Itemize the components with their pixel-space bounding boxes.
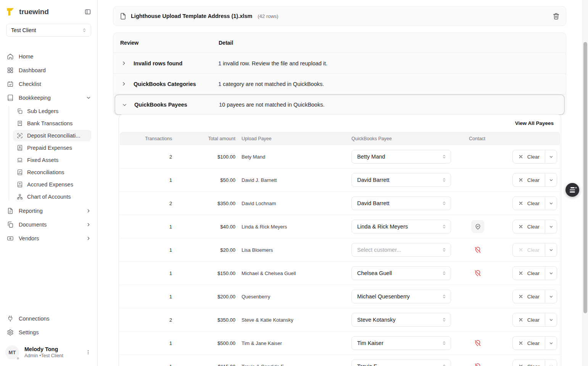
upload-payee-name: David J. Barnett (235, 177, 351, 183)
sidebar-item-fixed-assets[interactable]: Fixed Assets (13, 154, 91, 166)
contact-cell: Clear (469, 285, 560, 308)
sidebar-item-deposit-reconciliation[interactable]: Deposit Reconciliati... (13, 130, 91, 141)
clear-button[interactable]: Clear (513, 220, 545, 233)
quickbooks-payee-select[interactable]: Travis F (351, 360, 451, 366)
kebab-menu-icon[interactable] (85, 349, 91, 355)
clear-button[interactable]: Clear (513, 267, 545, 280)
clear-button[interactable]: Clear (513, 313, 545, 326)
sidebar-item-connections[interactable]: Connections (0, 312, 97, 326)
client-selector[interactable]: Test Client (6, 24, 91, 37)
clear-button[interactable]: Clear (513, 197, 545, 210)
total-amount: $350.00 (172, 317, 235, 323)
quickbooks-payee-select[interactable]: Chelsea Guell (351, 266, 451, 280)
sidebar-item-checklist[interactable]: Checklist (0, 77, 97, 91)
quickbooks-payee-select[interactable]: Tim Kaiser (351, 336, 451, 350)
truewind-logo-icon (5, 7, 15, 17)
review-row-detail: 10 payees are not matched in QuickBooks. (219, 102, 324, 108)
qb-payee-cell: Betty Mand (351, 150, 469, 164)
user-menu[interactable]: MT Melody Tong Admin •Test Client (0, 339, 97, 366)
dashboard-grid-icon (7, 67, 14, 74)
sidebar-item-reconciliations[interactable]: Reconciliations (13, 167, 91, 178)
x-icon (518, 294, 524, 299)
file-text-icon (7, 207, 14, 214)
sidebar-item-bookkeeping[interactable]: Bookkeeping (0, 91, 97, 105)
sidebar-item-reporting[interactable]: Reporting (0, 204, 97, 218)
payee-row: 2 $100.00 Bety Mand Betty Mand Clear (120, 145, 560, 168)
book-up-icon (17, 145, 23, 151)
floating-widget-button[interactable] (565, 183, 579, 197)
chevron-updown-icon (441, 247, 447, 253)
clear-dropdown-button[interactable] (545, 243, 557, 256)
sidebar-item-label: Bank Transactions (27, 120, 72, 126)
review-row-quickbooks-payees[interactable]: QuickBooks Payees 10 payees are not matc… (114, 94, 565, 115)
clear-button-group: Clear (512, 266, 557, 280)
sidebar-item-label: Documents (19, 222, 47, 228)
view-all-payees-link[interactable]: View All Payees (515, 120, 554, 126)
sidebar-item-label: Home (19, 53, 34, 60)
clear-button[interactable]: Clear (513, 150, 545, 163)
col-quickbooks-payee: QuickBooks Payee (351, 136, 469, 141)
clear-dropdown-button[interactable] (545, 290, 557, 303)
map-pin-check-icon (475, 223, 481, 230)
transactions-count: 1 (120, 294, 172, 300)
user-meta: Admin •Test Client (24, 353, 63, 359)
sidebar-nav: Home Dashboard Checklist Bookkeeping Sub… (0, 50, 97, 245)
sidebar-item-prepaid-expenses[interactable]: Prepaid Expenses (13, 142, 91, 154)
clear-button[interactable]: Clear (513, 173, 545, 186)
sidebar-item-accrued-expenses[interactable]: Accrued Expenses (13, 179, 91, 190)
sidebar-item-label: Chart of Accounts (27, 194, 71, 200)
sidebar-item-settings[interactable]: Settings (0, 326, 97, 339)
clear-dropdown-button[interactable] (545, 173, 557, 186)
upload-payee-name: Quesenberry (235, 294, 351, 300)
clear-dropdown-button[interactable] (545, 337, 557, 350)
clear-dropdown-button[interactable] (545, 150, 557, 163)
upload-payee-name: Michael & Chelsea Guell (235, 270, 351, 276)
clear-button[interactable]: Clear (513, 243, 545, 256)
delete-file-button[interactable] (553, 13, 560, 20)
clear-dropdown-button[interactable] (545, 313, 557, 326)
clear-button[interactable]: Clear (513, 337, 545, 350)
clear-dropdown-button[interactable] (545, 197, 557, 210)
chevron-down-icon (86, 95, 91, 100)
quickbooks-payee-select[interactable]: Linda & Rick Meyers (351, 220, 451, 233)
review-row-quickbooks-categories[interactable]: QuickBooks Categories 1 category are not… (113, 74, 566, 94)
quickbooks-payee-select[interactable]: Steve Kotansky (351, 313, 451, 327)
map-pin-off-icon (474, 246, 481, 253)
sidebar-item-chart-of-accounts[interactable]: Chart of Accounts (13, 191, 91, 202)
payee-row: 1 $50.00 David J. Barnett David Barrett … (120, 168, 560, 192)
clear-button-group: Clear (512, 150, 557, 164)
sidebar-item-documents[interactable]: Documents (0, 218, 97, 232)
scrollbar-thumb[interactable] (583, 42, 587, 313)
clear-button-label: Clear (527, 317, 540, 323)
quickbooks-payee-select[interactable]: Betty Mand (351, 150, 451, 164)
trash-icon (553, 13, 560, 20)
sidebar-item-sub-ledgers[interactable]: Sub Ledgers (13, 105, 91, 117)
quickbooks-payee-value: Linda & Rick Meyers (357, 223, 408, 230)
sidebar-item-dashboard[interactable]: Dashboard (0, 63, 97, 77)
clear-button[interactable]: Clear (513, 290, 545, 303)
chevron-updown-icon (441, 154, 447, 159)
review-row-invalid-rows[interactable]: Invalid rows found 1 invalid row. Review… (113, 53, 566, 74)
quickbooks-payee-select[interactable]: Select customer... (351, 243, 451, 257)
sidebar-item-home[interactable]: Home (0, 50, 97, 63)
quickbooks-payee-select[interactable]: David Barrett (351, 196, 451, 210)
quickbooks-payee-select[interactable]: Michael Quesenberry (351, 290, 451, 303)
contact-matched-button[interactable] (471, 220, 484, 233)
widget-lines-icon (570, 187, 575, 188)
quickbooks-payee-select[interactable]: David Barrett (351, 173, 451, 187)
clear-button[interactable]: Clear (513, 360, 545, 366)
clear-dropdown-button[interactable] (545, 220, 557, 233)
clear-dropdown-button[interactable] (545, 267, 557, 280)
clear-dropdown-button[interactable] (545, 360, 557, 366)
quickbooks-payee-value: Chelsea Guell (357, 270, 392, 276)
sidebar-footer: Connections Settings MT Melody Tong Admi… (0, 312, 97, 366)
chevron-down-icon (549, 341, 554, 346)
sidebar-collapse-button[interactable] (84, 8, 91, 15)
contact-cell: Clear (469, 238, 560, 261)
transactions-count: 1 (120, 364, 172, 366)
sidebar-item-vendors[interactable]: Vendors (0, 232, 97, 245)
vertical-scrollbar[interactable] (582, 0, 588, 366)
pages-icon (17, 108, 23, 114)
sidebar-item-bank-transactions[interactable]: Bank Transactions (13, 118, 91, 129)
chevron-down-icon (549, 224, 554, 229)
